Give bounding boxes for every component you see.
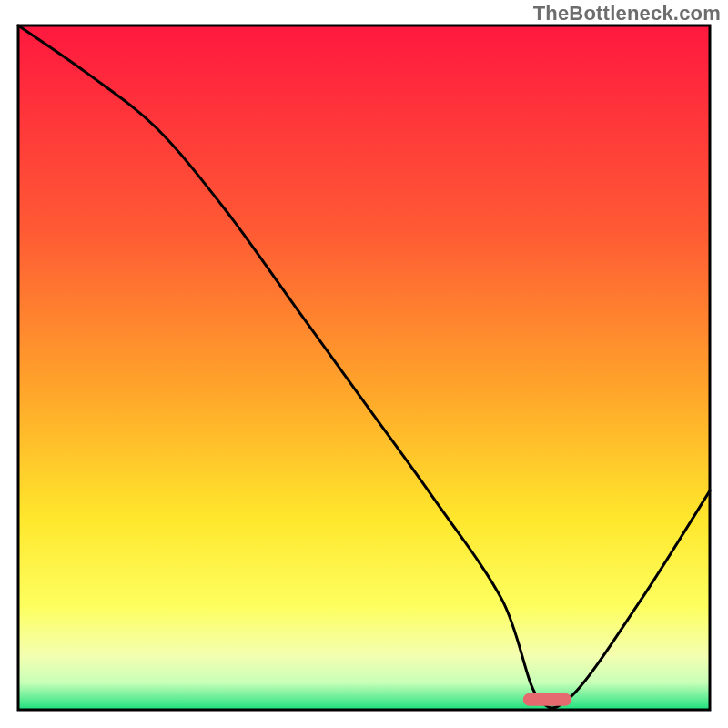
- bottleneck-chart: [0, 0, 728, 728]
- gradient-background: [18, 25, 710, 710]
- chart-stage: TheBottleneck.com: [0, 0, 728, 728]
- optimal-marker: [523, 693, 571, 706]
- watermark-text: TheBottleneck.com: [533, 2, 721, 25]
